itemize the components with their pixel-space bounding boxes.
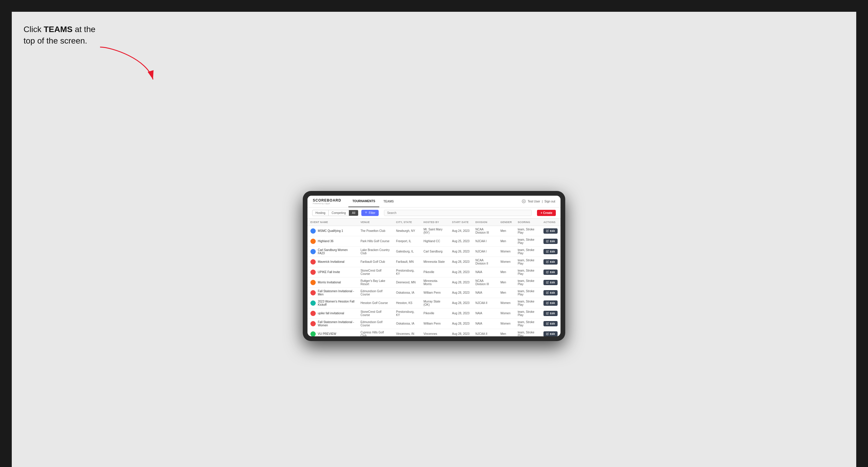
tablet-frame: SCOREBOARD Powered by Clippit TOURNAMENT… [303,191,565,341]
col-actions: ACTIONS [540,219,560,226]
tablet-screen: SCOREBOARD Powered by Clippit TOURNAMENT… [308,196,560,336]
gender-cell: Men [498,287,515,298]
edit-button[interactable]: Edit [544,290,558,295]
edit-icon [546,271,549,273]
venue-cell: StoneCrest Golf Course [358,267,393,277]
edit-button[interactable]: Edit [544,311,558,316]
table-row: Maverick Invitational Faribault Golf Clu… [308,257,560,267]
filter-tab-competing[interactable]: Competing [329,210,349,216]
user-info: Test User [528,200,540,203]
scoring-cell: team, Stroke Play [515,267,540,277]
actions-cell: Edit [540,287,560,298]
scoring-cell: team, Stroke Play [515,287,540,298]
start-date-cell: Aug 28, 2023 [449,329,472,336]
city-state-cell: Newburgh, NY [393,226,421,236]
city-state-cell: Oskaloosa, IA [393,287,421,298]
start-date-cell: Aug 28, 2023 [449,267,472,277]
separator: | [542,200,543,203]
col-scoring: SCORING [515,219,540,226]
start-date-cell: Aug 28, 2023 [449,308,472,318]
col-event-name: EVENT NAME [308,219,358,226]
gender-cell: Men [498,267,515,277]
edit-icon [546,312,549,315]
filter-btn-label: Filter [369,211,375,215]
division-cell: NAIA [472,308,498,318]
toolbar: Hosting Competing All Filter + Create [308,208,560,219]
edit-button[interactable]: Edit [544,331,558,336]
hosted-by-cell: Minnesota State [421,257,449,267]
gender-cell: Women [498,308,515,318]
edit-button[interactable]: Edit [544,259,558,264]
actions-cell: Edit [540,246,560,257]
hosted-by-cell: Minnesota-Morris [421,277,449,287]
filter-dropdown-btn[interactable]: Filter [361,210,378,216]
signout-link[interactable]: Sign out [544,200,555,203]
col-gender: GENDER [498,219,515,226]
svg-point-1 [523,201,525,202]
table-row: 2023 Women's Hesston Fall Kickoff Hessto… [308,298,560,308]
venue-cell: Lake Bracken Country Club [358,246,393,257]
edit-button[interactable]: Edit [544,280,558,285]
table-container: EVENT NAME VENUE CITY, STATE HOSTED BY S… [308,219,560,336]
city-state-cell: Freeport, IL [393,236,421,246]
edit-button[interactable]: Edit [544,270,558,275]
event-name-cell: Carl Sandburg Women FA23 [310,248,354,255]
edit-icon [546,240,549,243]
division-cell: NCAA Division II [472,257,498,267]
gender-cell: Women [498,298,515,308]
city-state-cell: Oskaloosa, IA [393,318,421,329]
event-icon [310,239,316,244]
event-name: Carl Sandburg Women FA23 [318,248,354,255]
city-state-cell: Deerwood, MN [393,277,421,287]
event-name: 2023 Women's Hesston Fall Kickoff [318,300,354,306]
division-cell: NCAA Division III [472,226,498,236]
edit-button[interactable]: Edit [544,228,558,234]
start-date-cell: Aug 28, 2023 [449,257,472,267]
edit-button[interactable]: Edit [544,321,558,326]
scoring-cell: team, Stroke Play [515,308,540,318]
division-cell: NJCAA I [472,236,498,246]
gender-cell: Men [498,329,515,336]
create-btn[interactable]: + Create [537,210,556,216]
edit-button[interactable]: Edit [544,301,558,306]
table-row: Highland 36 Park Hills Golf Course Freep… [308,236,560,246]
arrow-annotation [88,41,177,94]
instruction-text: Click TEAMS at thetop of the screen. [24,24,95,46]
col-city-state: CITY, STATE [393,219,421,226]
hosted-by-cell: Carl Sandburg [421,246,449,257]
event-name: Fall Statesmen Invitational - Women [318,320,354,327]
gender-cell: Women [498,257,515,267]
table-row: MSMC Qualifying 1 The Powelton Club Newb… [308,226,560,236]
table-row: upike fall invitational StoneCrest Golf … [308,308,560,318]
edit-button[interactable]: Edit [544,249,558,254]
hosted-by-cell: William Penn [421,318,449,329]
edit-button[interactable]: Edit [544,239,558,244]
venue-cell: The Powelton Club [358,226,393,236]
nav-tab-teams[interactable]: TEAMS [379,196,398,207]
venue-cell: Edmundson Golf Course [358,287,393,298]
gear-icon [522,199,526,203]
division-cell: NAIA [472,267,498,277]
gender-cell: Men [498,236,515,246]
event-icon [310,331,316,336]
start-date-cell: Aug 26, 2023 [449,246,472,257]
nav-tab-tournaments[interactable]: TOURNAMENTS [348,196,379,207]
edit-icon [546,302,549,304]
scoring-cell: team, Stroke Play [515,257,540,267]
event-name-cell: VU PREVIEW [310,331,354,336]
event-icon [310,301,316,306]
venue-cell: Cypress Hills Golf Club [358,329,393,336]
gender-cell: Women [498,246,515,257]
search-input[interactable] [384,210,532,216]
event-icon [310,228,316,234]
event-name-cell: Highland 36 [310,239,354,244]
event-name-cell: Morris Invitational [310,280,354,285]
scoring-cell: team, Stroke Play [515,329,540,336]
filter-tab-hosting[interactable]: Hosting [312,210,329,216]
division-cell: NAIA [472,287,498,298]
table-row: UPIKE Fall Invite StoneCrest Golf Course… [308,267,560,277]
event-name: VU PREVIEW [318,332,336,336]
hosted-by-cell: Pikeville [421,308,449,318]
filter-tab-all[interactable]: All [349,210,359,216]
venue-cell: Park Hills Golf Course [358,236,393,246]
